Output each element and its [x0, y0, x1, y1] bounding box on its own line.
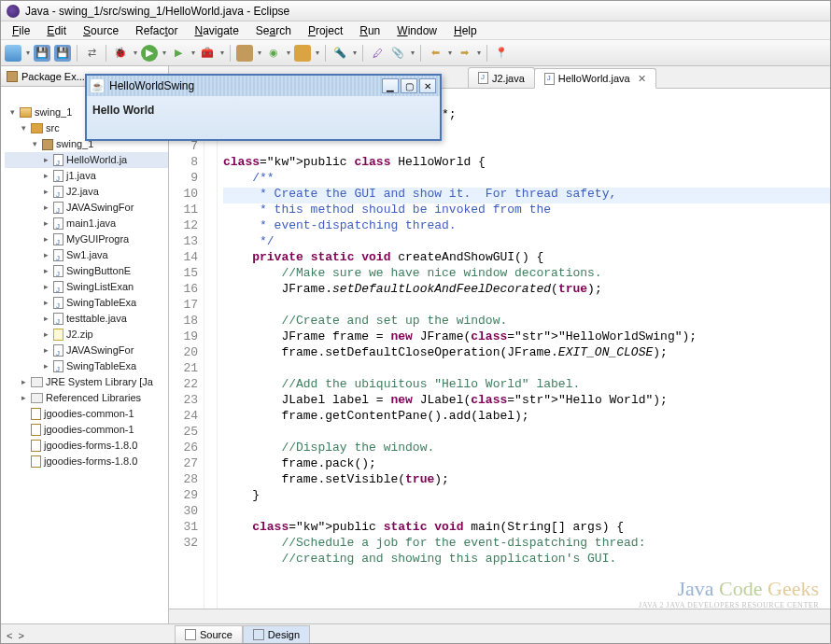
status-bar: < >	[7, 630, 24, 641]
task-icon[interactable]: 🖊	[369, 45, 386, 62]
tab-source[interactable]: Source	[175, 625, 243, 644]
code-editor[interactable]: class="kw">import javax.swing.*; class="…	[218, 89, 830, 609]
close-icon[interactable]: ✕	[638, 73, 646, 85]
source-tab-icon	[185, 629, 196, 640]
scroll-right-icon[interactable]: >	[18, 630, 23, 641]
tree-item[interactable]: ▸J2.java	[5, 184, 168, 200]
tree-item[interactable]: ▸JAVASwingFor	[5, 343, 168, 358]
tab-label: Source	[200, 629, 232, 640]
tree-item[interactable]: jgoodies-forms-1.8.0	[5, 454, 168, 469]
saveall-icon[interactable]: 💾	[54, 45, 71, 62]
tree-item[interactable]: ▸J2.zip	[5, 327, 168, 343]
swing-titlebar[interactable]: ☕ HelloWorldSwing ▁ ▢ ✕	[87, 76, 440, 96]
search-icon[interactable]: 🔦	[331, 45, 348, 62]
swing-app-window[interactable]: ☕ HelloWorldSwing ▁ ▢ ✕ Hello World	[85, 74, 442, 141]
java-cup-icon: ☕	[91, 79, 104, 92]
horizontal-scrollbar[interactable]	[169, 609, 830, 623]
tree-item[interactable]: ▸HelloWorld.ja	[5, 152, 168, 168]
editor-bottom-tabs: Source Design	[1, 623, 830, 644]
menu-project[interactable]: Project	[301, 22, 350, 39]
tree-item[interactable]: ▸MyGUIProgra	[5, 231, 168, 247]
tab-design[interactable]: Design	[243, 625, 310, 644]
tab-label: J2.java	[492, 73, 525, 84]
back-icon[interactable]: ⬅	[427, 45, 444, 62]
tree-item[interactable]: jgoodies-forms-1.8.0	[5, 438, 168, 454]
switch-icon[interactable]: ⇄	[83, 45, 100, 62]
tree-item[interactable]: ▸main1.java	[5, 216, 168, 231]
menu-file[interactable]: File	[5, 22, 37, 39]
package-explorer: Package Ex... ▿ ⇆ ▢ ▾swing_1▾src▾swing_1…	[1, 66, 169, 623]
line-number-gutter: 4567891011121314151617181920212223242526…	[169, 89, 204, 609]
project-tree[interactable]: ▾swing_1▾src▾swing_1▸HelloWorld.ja▸j1.ja…	[1, 101, 168, 473]
minimize-icon[interactable]: ▁	[382, 78, 399, 93]
tree-item[interactable]: jgoodies-common-1	[5, 406, 168, 422]
eclipse-icon	[7, 5, 20, 18]
tab-label: HelloWorld.java	[558, 73, 630, 84]
tree-item[interactable]: ▸testtable.java	[5, 311, 168, 327]
tree-item[interactable]: ▸JRE System Library [Ja	[5, 374, 168, 390]
menu-window[interactable]: Window	[389, 22, 444, 39]
menu-navigate[interactable]: Navigate	[187, 22, 246, 39]
close-icon[interactable]: ✕	[419, 78, 436, 93]
java-file-icon	[478, 72, 488, 84]
forward-icon[interactable]: ➡	[456, 45, 472, 62]
tree-item[interactable]: ▸Sw1.java	[5, 247, 168, 263]
new-icon[interactable]	[5, 45, 21, 62]
menu-run[interactable]: Run	[352, 22, 387, 39]
menu-help[interactable]: Help	[446, 22, 485, 39]
package-explorer-title: Package Ex...	[21, 71, 85, 82]
ext-tools-icon[interactable]: 🧰	[199, 45, 216, 62]
editor-area: J2.java HelloWorld.java ✕ 45678910111213…	[169, 66, 830, 623]
window-title: Java - swing_1/src/swing_1/HelloWorld.ja…	[25, 5, 289, 18]
pin-icon[interactable]: 📍	[493, 45, 510, 62]
tree-item[interactable]: ▸j1.java	[5, 168, 168, 184]
debug-icon[interactable]: 🐞	[112, 45, 129, 62]
tab-label: Design	[268, 629, 300, 640]
runlast-icon[interactable]: ▶	[170, 45, 187, 62]
tree-item[interactable]: ▸SwingTableExa	[5, 295, 168, 311]
fold-column[interactable]: ⊖⊖⊖	[204, 89, 218, 609]
new-pkg-icon[interactable]	[236, 45, 253, 62]
new-class-icon[interactable]: ◉	[265, 45, 282, 62]
java-file-icon	[544, 73, 555, 85]
swing-title-text: HelloWorldSwing	[109, 79, 194, 92]
tab-helloworld[interactable]: HelloWorld.java ✕	[534, 68, 656, 89]
tree-item[interactable]: ▸JAVASwingFor	[5, 200, 168, 216]
menu-source[interactable]: Source	[76, 22, 126, 39]
tree-item[interactable]: ▸SwingButtonE	[5, 263, 168, 279]
tree-item[interactable]: ▸SwingListExan	[5, 279, 168, 295]
toolbar: ▾ 💾 💾 ⇄ 🐞▾ ▶▾ ▶▾ 🧰▾ ▾ ◉▾ ▾ 🔦▾ 🖊 📎▾ ⬅▾ ➡▾…	[1, 40, 830, 66]
new-folder-icon[interactable]	[294, 45, 311, 62]
bookmark-icon[interactable]: 📎	[389, 45, 406, 62]
design-tab-icon	[253, 629, 264, 640]
tab-j2[interactable]: J2.java	[468, 67, 535, 88]
menu-bar: File Edit Source Refactor Navigate Searc…	[1, 21, 830, 40]
tree-item[interactable]: ▸Referenced Libraries	[5, 390, 168, 406]
package-icon	[7, 71, 18, 82]
menu-search[interactable]: Search	[248, 22, 299, 39]
run-icon[interactable]: ▶	[141, 45, 158, 62]
scroll-left-icon[interactable]: <	[7, 630, 12, 641]
window-titlebar: Java - swing_1/src/swing_1/HelloWorld.ja…	[1, 1, 830, 21]
maximize-icon[interactable]: ▢	[401, 78, 417, 93]
tree-item[interactable]: jgoodies-common-1	[5, 422, 168, 438]
save-icon[interactable]: 💾	[34, 45, 50, 62]
menu-edit[interactable]: Edit	[39, 22, 74, 39]
tree-item[interactable]: ▸SwingTableExa	[5, 358, 168, 374]
menu-refactor[interactable]: Refactor	[128, 22, 185, 39]
swing-body: Hello World	[87, 96, 440, 124]
